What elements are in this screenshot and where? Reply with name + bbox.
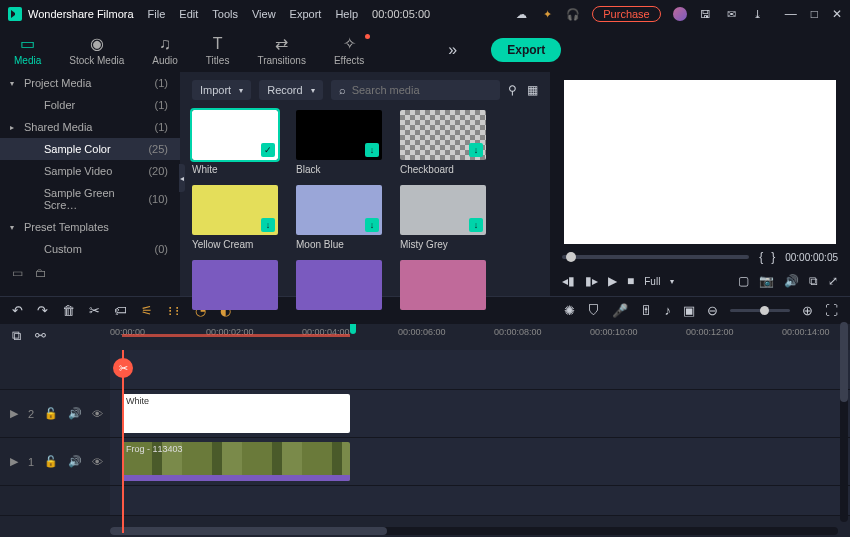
sidebar-item[interactable]: Sample Green Scre…(10) (0, 182, 180, 216)
media-thumb[interactable]: ↓Moon Blue (296, 185, 382, 250)
sidebar-item[interactable]: ▸Shared Media(1) (0, 116, 180, 138)
stop-button[interactable]: ■ (627, 274, 634, 288)
search-input[interactable] (352, 84, 492, 96)
mark-in-button[interactable]: { (759, 250, 763, 264)
new-folder-icon[interactable]: ▭ (12, 266, 23, 280)
tag-button[interactable]: 🏷 (114, 303, 127, 318)
close-button[interactable]: ✕ (832, 7, 842, 21)
media-thumb[interactable]: ↓Yellow Cream (192, 185, 278, 250)
marker-icon[interactable]: ▣ (683, 303, 695, 318)
tab-effects[interactable]: ✧Effects (330, 32, 368, 68)
grid-view-icon[interactable]: ▦ (527, 83, 538, 97)
delete-button[interactable]: 🗑 (62, 303, 75, 318)
chain-icon[interactable]: ⚯ (35, 328, 46, 344)
sidebar-item[interactable]: Folder(1) (0, 94, 180, 116)
shield-icon[interactable]: ⛉ (587, 303, 600, 318)
zoom-slider[interactable] (730, 309, 790, 312)
menu-tools[interactable]: Tools (212, 8, 238, 20)
maximize-button[interactable]: □ (811, 7, 818, 21)
track-video-icon[interactable]: ▶ (10, 407, 18, 420)
media-thumb[interactable] (192, 260, 278, 314)
track-video-icon[interactable]: ▶ (10, 455, 18, 468)
mic-icon[interactable]: 🎤 (612, 303, 628, 318)
timeline-h-scrollbar[interactable] (110, 527, 838, 535)
mute-icon[interactable]: 🔊 (68, 455, 82, 468)
folder-icon[interactable]: 🗀 (35, 266, 47, 280)
redo-button[interactable]: ↷ (37, 303, 48, 318)
sidebar-item[interactable]: Custom(0) (0, 238, 180, 260)
sidebar-item[interactable]: Sample Color(25) (0, 138, 180, 160)
preview-seek-slider[interactable] (562, 255, 749, 259)
zoom-in-button[interactable]: ⊕ (802, 303, 813, 318)
volume-icon[interactable]: 🔊 (784, 274, 799, 288)
undo-button[interactable]: ↶ (12, 303, 23, 318)
import-dropdown[interactable]: Import▾ (192, 80, 251, 100)
media-thumb[interactable]: ✓White (192, 110, 278, 175)
sparkle-icon[interactable]: ✦ (540, 7, 554, 21)
lock-icon[interactable]: 🔓 (44, 455, 58, 468)
media-thumb[interactable] (296, 260, 382, 314)
adjust-icon[interactable]: ⚟ (141, 303, 153, 318)
clip-frog[interactable]: Frog - 113403 (122, 442, 350, 481)
expand-tabs-button[interactable]: » (448, 41, 457, 59)
mute-icon[interactable]: 🔊 (68, 407, 82, 420)
visibility-icon[interactable]: 👁 (92, 456, 103, 468)
media-thumb[interactable]: ↓Checkboard (400, 110, 486, 175)
music-icon[interactable]: ♪ (665, 303, 672, 318)
range-end-handle[interactable] (350, 324, 356, 334)
tab-titles[interactable]: TTitles (202, 33, 234, 68)
media-thumb[interactable]: ↓Misty Grey (400, 185, 486, 250)
mixer-icon[interactable]: 🎚 (640, 303, 653, 318)
fullscreen-icon[interactable]: ⤢ (828, 274, 838, 288)
step-back-button[interactable]: ▮▸ (585, 274, 598, 288)
visibility-icon[interactable]: 👁 (92, 408, 103, 420)
timeline-v-scrollbar[interactable] (840, 322, 848, 522)
menu-help[interactable]: Help (335, 8, 358, 20)
tab-stock-media[interactable]: ◉Stock Media (65, 32, 128, 68)
render-icon[interactable]: ✺ (564, 303, 575, 318)
prev-frame-button[interactable]: ◂▮ (562, 274, 575, 288)
menu-view[interactable]: View (252, 8, 276, 20)
save-icon[interactable]: 🖫 (699, 7, 713, 21)
zoom-fit-button[interactable]: ⛶ (825, 303, 838, 318)
menu-edit[interactable]: Edit (179, 8, 198, 20)
profile-icon[interactable] (673, 7, 687, 21)
clip-white[interactable]: White (122, 394, 350, 433)
lock-icon[interactable]: 🔓 (44, 407, 58, 420)
media-thumb[interactable]: ↓Black (296, 110, 382, 175)
quality-label[interactable]: Full (644, 276, 660, 287)
mail-icon[interactable]: ✉ (725, 7, 739, 21)
cloud-icon[interactable]: ☁ (514, 7, 528, 21)
cut-button[interactable]: ✂ (89, 303, 100, 318)
tab-media[interactable]: ▭Media (10, 32, 45, 68)
mark-out-button[interactable]: } (771, 250, 775, 264)
headset-icon[interactable]: 🎧 (566, 7, 580, 21)
snapshot-icon[interactable]: 📷 (759, 274, 774, 288)
sidebar-item[interactable]: Sample Video(20) (0, 160, 180, 182)
record-dropdown[interactable]: Record▾ (259, 80, 322, 100)
scissor-icon[interactable]: ✂ (113, 358, 133, 378)
download-icon[interactable]: ⤓ (751, 7, 765, 21)
tab-audio[interactable]: ♫Audio (148, 33, 182, 68)
sidebar-item[interactable]: ▾Preset Templates (0, 216, 180, 238)
minimize-button[interactable]: — (785, 7, 797, 21)
display-icon[interactable]: ▢ (738, 274, 749, 288)
preview-canvas[interactable] (564, 80, 836, 244)
purchase-button[interactable]: Purchase (592, 6, 660, 22)
sidebar-collapse-handle[interactable]: ◂ (179, 164, 185, 192)
filter-icon[interactable]: ⚲ (508, 83, 517, 97)
tab-transitions[interactable]: ⇄Transitions (253, 32, 310, 68)
sidebar-item[interactable]: ▾Project Media(1) (0, 72, 180, 94)
play-button[interactable]: ▶ (608, 274, 617, 288)
zoom-out-button[interactable]: ⊖ (707, 303, 718, 318)
menu-file[interactable]: File (148, 8, 166, 20)
pip-icon[interactable]: ⧉ (809, 274, 818, 288)
search-field[interactable]: ⌕ (331, 80, 500, 100)
menu-export[interactable]: Export (290, 8, 322, 20)
link-icon[interactable]: ⧉ (12, 328, 21, 344)
timeline-ruler[interactable]: ⧉ ⚯ 00:00:0000:00:02:0000:00:04:0000:00:… (0, 324, 850, 350)
playhead[interactable]: ✂ (122, 350, 124, 533)
audio-wave-icon[interactable]: ⫶⫶ (167, 303, 181, 318)
media-thumb[interactable] (400, 260, 486, 314)
export-button[interactable]: Export (491, 38, 561, 62)
